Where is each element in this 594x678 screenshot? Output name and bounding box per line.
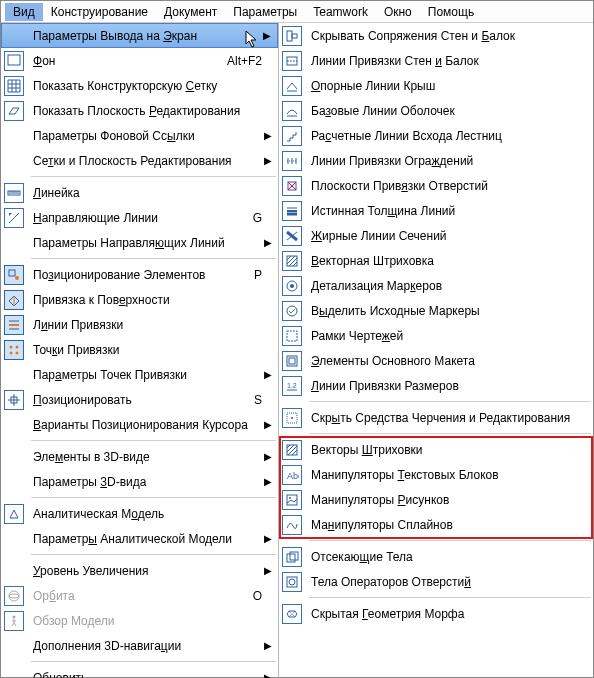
hide-join-icon bbox=[281, 25, 303, 47]
right-menu-item[interactable]: Векторы Штриховки bbox=[279, 437, 593, 462]
menu-item-label: Манипуляторы Текстовых Блоков bbox=[311, 468, 577, 482]
menu-separator bbox=[31, 661, 276, 662]
left-menu-item[interactable]: Параметры 3D-вида▶ bbox=[1, 469, 278, 494]
right-menu-item[interactable]: Тела Операторов Отверстий bbox=[279, 569, 593, 594]
menu-separator bbox=[309, 433, 591, 434]
left-menu-item[interactable]: Элементы в 3D-виде▶ bbox=[1, 444, 278, 469]
no-icon bbox=[3, 150, 25, 172]
left-menu-item: Обзор Модели bbox=[1, 608, 278, 633]
menu-item-label: Обновить bbox=[33, 671, 262, 679]
layoutel-icon bbox=[281, 350, 303, 372]
left-menu-item[interactable]: Аналитическая Модель bbox=[1, 501, 278, 526]
svg-rect-12 bbox=[287, 31, 292, 41]
menu-item-label: Варианты Позиционирования Курсора bbox=[33, 418, 262, 432]
right-menu-item[interactable]: AbcМанипуляторы Текстовых Блоков bbox=[279, 462, 593, 487]
right-menu-item[interactable]: Плоскости Привязки Отверстий bbox=[279, 173, 593, 198]
snapel-icon bbox=[3, 264, 25, 286]
menu-shortcut: Alt+F2 bbox=[227, 54, 262, 68]
menu-item-label: Жирные Линии Сечений bbox=[311, 229, 577, 243]
right-menu-item[interactable]: Элементы Основного Макета bbox=[279, 348, 593, 373]
right-menu-item[interactable]: 1.2Линии Привязки Размеров bbox=[279, 373, 593, 398]
right-menu-item[interactable]: Скрывать Сопряжения Стен и Балок bbox=[279, 23, 593, 48]
menu-item-label: Отсекающие Тела bbox=[311, 550, 577, 564]
right-menu-item[interactable]: Детализация Маркеров bbox=[279, 273, 593, 298]
submenu-arrow-icon: ▶ bbox=[262, 130, 272, 141]
no-icon bbox=[3, 528, 25, 550]
menu-item-label: Дополнения 3D-навигации bbox=[33, 639, 262, 653]
left-menu-item[interactable]: Точки Привязки bbox=[1, 337, 278, 362]
left-menu-item[interactable]: Линии Привязки bbox=[1, 312, 278, 337]
menu-teamwork[interactable]: Teamwork bbox=[305, 3, 376, 21]
menu-item-label: Скрытая Геометрия Морфа bbox=[311, 607, 577, 621]
left-menu-item[interactable]: Параметры Фоновой Ссылки▶ bbox=[1, 123, 278, 148]
menu-item-label: Скрывать Сопряжения Стен и Балок bbox=[311, 29, 577, 43]
svg-rect-22 bbox=[289, 358, 295, 364]
texthandles-icon: Abc bbox=[281, 464, 303, 486]
model-icon bbox=[3, 503, 25, 525]
menu-shortcut: O bbox=[253, 589, 262, 603]
right-menu-item[interactable]: Рамки Чертежей bbox=[279, 323, 593, 348]
left-menu-item[interactable]: Позиционирование ЭлементовP bbox=[1, 262, 278, 287]
left-menu-item[interactable]: ПозиционироватьS bbox=[1, 387, 278, 412]
right-menu-item[interactable]: Векторная Штриховка bbox=[279, 248, 593, 273]
menu-конструирование[interactable]: Конструирование bbox=[43, 3, 156, 21]
svg-point-18 bbox=[290, 284, 294, 288]
left-menu-item[interactable]: Показать Конструкторскую Сетку bbox=[1, 73, 278, 98]
right-menu-item[interactable]: Базовые Линии Оболочек bbox=[279, 98, 593, 123]
right-menu-item[interactable]: Истинная Толщина Линий bbox=[279, 198, 593, 223]
right-submenu-panel: Скрывать Сопряжения Стен и БалокЛинии Пр… bbox=[279, 23, 593, 677]
left-menu-item[interactable]: Параметры Направляющих Линий▶ bbox=[1, 230, 278, 255]
left-menu-item[interactable]: Обновить▶ bbox=[1, 665, 278, 678]
menu-item-label: Плоскости Привязки Отверстий bbox=[311, 179, 577, 193]
right-menu-item[interactable]: Линии Привязки Стен и Балок bbox=[279, 48, 593, 73]
right-menu-item[interactable]: Жирные Линии Сечений bbox=[279, 223, 593, 248]
left-menu-item[interactable]: Параметры Аналитической Модели▶ bbox=[1, 526, 278, 551]
left-menu-item[interactable]: Линейка bbox=[1, 180, 278, 205]
dimlines-icon: 1.2 bbox=[281, 375, 303, 397]
menu-помощь[interactable]: Помощь bbox=[420, 3, 482, 21]
right-menu-item[interactable]: Линии Привязки Ограждений bbox=[279, 148, 593, 173]
svg-point-4 bbox=[10, 345, 13, 348]
left-menu-item[interactable]: Направляющие ЛинииG bbox=[1, 205, 278, 230]
right-menu-item[interactable]: Отсекающие Тела bbox=[279, 544, 593, 569]
svg-point-29 bbox=[289, 497, 291, 499]
left-menu-item[interactable]: Уровень Увеличения▶ bbox=[1, 558, 278, 583]
svg-rect-13 bbox=[292, 34, 297, 38]
svg-point-9 bbox=[9, 591, 19, 601]
menu-item-label: Позиционирование Элементов bbox=[33, 268, 248, 282]
menu-вид[interactable]: Вид bbox=[5, 3, 43, 21]
right-menu-item[interactable]: Расчетные Линии Всхода Лестниц bbox=[279, 123, 593, 148]
holeplanes-icon bbox=[281, 175, 303, 197]
menu-item-label: Показать Плоскость Редактирования bbox=[33, 104, 262, 118]
right-menu-item[interactable]: Опорные Линии Крыш bbox=[279, 73, 593, 98]
menu-документ[interactable]: Документ bbox=[156, 3, 225, 21]
walllines-icon bbox=[281, 50, 303, 72]
left-menu-item[interactable]: Параметры Вывода на Экран▶ bbox=[1, 23, 278, 48]
menu-item-label: Линии Привязки Стен и Балок bbox=[311, 54, 577, 68]
svg-point-7 bbox=[16, 351, 19, 354]
left-menu-item[interactable]: ФонAlt+F2 bbox=[1, 48, 278, 73]
svg-rect-16 bbox=[287, 256, 297, 266]
left-menu-item[interactable]: Сетки и Плоскость Редактирования▶ bbox=[1, 148, 278, 173]
menu-item-label: Векторы Штриховки bbox=[311, 443, 577, 457]
menu-shortcut: P bbox=[254, 268, 262, 282]
left-menu-item[interactable]: Параметры Точек Привязки▶ bbox=[1, 362, 278, 387]
menu-item-label: Манипуляторы Сплайнов bbox=[311, 518, 577, 532]
right-menu-item[interactable]: Манипуляторы Рисунков bbox=[279, 487, 593, 512]
menu-окно[interactable]: Окно bbox=[376, 3, 420, 21]
left-menu-item[interactable]: Привязка к Поверхности bbox=[1, 287, 278, 312]
right-menu-item[interactable]: Скрыть Средства Черчения и Редактировани… bbox=[279, 405, 593, 430]
menu-item-label: Орбита bbox=[33, 589, 247, 603]
right-menu-item[interactable]: Выделить Исходные Маркеры bbox=[279, 298, 593, 323]
menu-separator bbox=[309, 540, 591, 541]
left-menu-item[interactable]: Показать Плоскость Редактирования bbox=[1, 98, 278, 123]
menu-shortcut: S bbox=[254, 393, 262, 407]
no-icon bbox=[3, 667, 25, 679]
menu-item-label: Элементы Основного Макета bbox=[311, 354, 577, 368]
left-menu-item[interactable]: Варианты Позиционирования Курсора▶ bbox=[1, 412, 278, 437]
right-menu-item[interactable]: Скрытая Геометрия Морфа bbox=[279, 601, 593, 626]
left-menu-item[interactable]: Дополнения 3D-навигации▶ bbox=[1, 633, 278, 658]
editplane-icon bbox=[3, 100, 25, 122]
menu-параметры[interactable]: Параметры bbox=[225, 3, 305, 21]
right-menu-item[interactable]: Манипуляторы Сплайнов bbox=[279, 512, 593, 537]
